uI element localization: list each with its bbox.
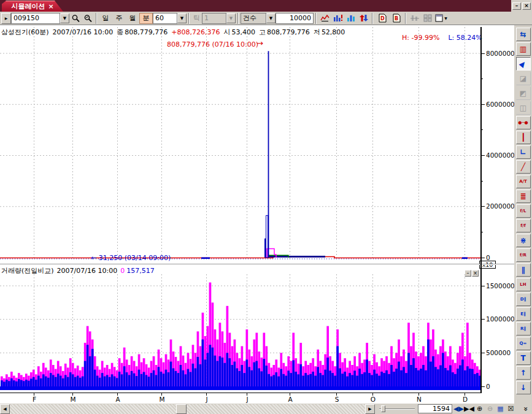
volume-axis-label: 1000000: [486, 315, 515, 323]
text-note-tool-icon[interactable]: A/T: [516, 175, 531, 188]
scroll-right-button[interactable]: ▶: [365, 404, 375, 414]
erase-last-icon: ◩: [516, 86, 531, 100]
low-high-line-icon[interactable]: LH: [516, 278, 531, 291]
arrow-up-mark-icon[interactable]: ↑: [516, 366, 531, 380]
zoom-in-chart-icon[interactable]: ⊕: [474, 404, 485, 413]
close-panel-icon[interactable]: ☒: [506, 404, 516, 413]
volume-axis-label: 1500000: [486, 282, 515, 289]
pointer-icon[interactable]: ▲: [516, 57, 531, 71]
bar-chart-icon[interactable]: [331, 13, 344, 24]
scroll-left-button[interactable]: ◀: [0, 404, 10, 414]
price-chart[interactable]: [0, 27, 480, 261]
line-chart-icon[interactable]: [318, 13, 331, 24]
count-value-input[interactable]: [276, 13, 314, 24]
tab-close-icon[interactable]: ×: [48, 2, 53, 10]
fibonacci-retracement-icon[interactable]: f/R: [516, 248, 531, 262]
scrollbar-thumb[interactable]: [176, 404, 187, 414]
refresh-icon-glyph: ⇆: [520, 31, 526, 38]
price-axis-label: 0: [486, 254, 490, 261]
peak-arrow-icon: →: [256, 39, 263, 48]
tick-label: 틱: [193, 13, 200, 23]
step-line-tool-icon-glyph: ∟: [520, 148, 526, 156]
code-list-button[interactable]: ▶: [1, 13, 11, 24]
fibonacci-arc-icon[interactable]: ⋇: [516, 234, 531, 247]
period-month-button[interactable]: 월: [126, 13, 139, 24]
more-tools-icon[interactable]: »: [522, 407, 530, 412]
chart-type-icon[interactable]: ▥: [516, 42, 531, 56]
parallel-hlines-tool-icon[interactable]: ≣: [516, 190, 531, 203]
tool-sidebar: ⇆▥▲◪◩◫●─●┃∟╱A/T≣f/Lf/f⋇f/R∥LHD∥E∥R∥Q=T↑↓: [514, 25, 532, 404]
minimize-button[interactable]: –: [512, 2, 521, 10]
tick-value-field: 1: [202, 13, 226, 24]
fibonacci-levels-icon-glyph: f/L: [520, 207, 526, 215]
expand-horizontal-icon[interactable]: ◀▶: [453, 404, 464, 413]
month-label: S: [333, 396, 341, 403]
month-label: D: [461, 396, 469, 403]
pattern-d-icon[interactable]: D∥: [516, 293, 531, 306]
y-axis-line: [480, 27, 482, 393]
month-label: O: [369, 396, 377, 403]
trend-line-tool-icon[interactable]: ╱: [516, 160, 531, 174]
erase-all-icon: ◫: [516, 101, 531, 115]
volume-chart[interactable]: [0, 274, 480, 391]
pane-divider[interactable]: [0, 264, 514, 265]
grid-window-icon[interactable]: ▦: [495, 404, 506, 413]
period-minute-button[interactable]: 분: [139, 13, 153, 24]
fibonacci-levels-icon[interactable]: f/L: [516, 204, 531, 218]
chart-nav-icons: ◀▶▶◀⊕⊖▦☒: [453, 404, 516, 413]
parallel-channel-icon[interactable]: ∥: [516, 263, 531, 277]
month-label: M: [158, 396, 166, 403]
toolbar: ▶ ▼ 일 주 월 분 ▼ 틱 1 ▼ 건수 ▼: [0, 12, 532, 25]
month-label: J: [244, 396, 251, 403]
search-icon[interactable]: [69, 13, 82, 24]
period-day-button[interactable]: 일: [99, 13, 112, 24]
volume-chart-icon[interactable]: [344, 13, 357, 24]
arrow-up-mark-icon-glyph: ↑: [520, 369, 526, 377]
stock-code-input[interactable]: [11, 13, 60, 24]
count-type-dropdown[interactable]: ▼: [266, 13, 276, 23]
doc-d-icon[interactable]: D: [375, 13, 389, 24]
low-annotation: ← 31,250 (03/14 09:00): [91, 254, 171, 262]
window-layout-icon[interactable]: ▼: [434, 13, 449, 24]
refresh-icon[interactable]: ⇆: [516, 28, 531, 41]
minute-value-input[interactable]: [153, 13, 177, 24]
fibonacci-fan-icon[interactable]: f/f: [516, 219, 531, 232]
step-line-tool-icon[interactable]: ∟: [516, 145, 531, 159]
low-arrow-icon: ←: [91, 254, 96, 262]
candle-settings-icon: [408, 13, 421, 24]
bottom-bar: ◀ ▶ ◀▶▶◀⊕⊖▦☒: [0, 404, 532, 414]
svg-text:D: D: [380, 16, 385, 21]
compress-horizontal-icon[interactable]: ▶◀: [464, 404, 474, 413]
stock-code-dropdown[interactable]: ▼: [60, 13, 69, 23]
horizontal-line-tool-icon[interactable]: ●─●: [516, 116, 531, 129]
tab-simulation[interactable]: 시뮬레이션 ×: [2, 1, 63, 12]
pattern-e-icon-glyph: E∥: [520, 310, 525, 318]
fibonacci-retracement-icon-glyph: f/R: [520, 251, 526, 259]
text-tool-icon-glyph: T: [520, 355, 525, 362]
volume-axis-label: 500000: [486, 349, 511, 356]
zoom-out-chart-icon: ⊖: [485, 404, 495, 413]
horizontal-line-tool-icon-glyph: ●─●: [518, 119, 528, 126]
h-scrollbar[interactable]: ◀ ▶: [0, 404, 375, 414]
vertical-line-tool-icon[interactable]: ┃: [516, 131, 531, 144]
month-label: A: [287, 396, 294, 403]
bar-count-input[interactable]: [418, 404, 452, 413]
zoom-search-icon[interactable]: [82, 13, 94, 24]
count-type-field[interactable]: 건수: [241, 13, 266, 24]
erase-last-icon-glyph: ◩: [520, 90, 526, 97]
quote-info-icon[interactable]: Q=: [516, 337, 531, 350]
close-button[interactable]: ×: [522, 2, 531, 10]
eraser-icon: ◪: [516, 72, 531, 85]
period-week-button[interactable]: 주: [112, 13, 126, 24]
minute-dropdown[interactable]: ▼: [177, 13, 187, 23]
doc-b-icon[interactable]: B: [389, 13, 403, 24]
tile-windows-icon: [421, 13, 434, 24]
text-tool-icon[interactable]: T: [516, 351, 531, 365]
pattern-r-icon[interactable]: R∥: [516, 322, 531, 335]
zoom-slider-thumb[interactable]: [381, 405, 385, 412]
month-label: A: [114, 396, 121, 403]
tab-bar: 시뮬레이션 × – ×: [0, 0, 532, 12]
pattern-e-icon[interactable]: E∥: [516, 307, 531, 321]
arrow-down-mark-icon[interactable]: ↓: [516, 381, 531, 394]
updown-arrows-icon[interactable]: [357, 13, 370, 24]
